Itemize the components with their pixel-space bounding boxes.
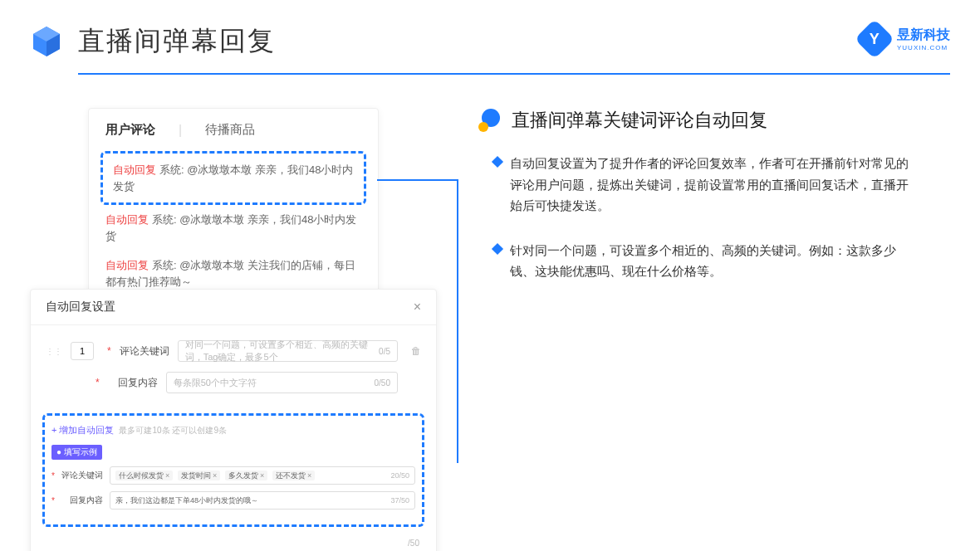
right-title-row: 直播间弹幕关键词评论自动回复 xyxy=(478,108,910,133)
tabs-row: 用户评论 | 待播商品 xyxy=(89,109,378,151)
keyword-row: ⋮⋮ * 评论关键词 对同一个问题，可设置多个相近、高频的关键词，Tag确定，最… xyxy=(46,340,421,362)
brand-name: 昱新科技 xyxy=(897,27,950,44)
keyword-field[interactable]: 对同一个问题，可设置多个相近、高频的关键词，Tag确定，最多5个 0/5 xyxy=(178,340,398,362)
page-title: 直播间弹幕回复 xyxy=(78,23,276,60)
ex-content-value: 亲，我们这边都是下单48小时内发货的哦～ xyxy=(115,495,258,506)
auto-reply-tag: 自动回复 xyxy=(105,259,149,271)
cube-icon xyxy=(30,25,63,58)
diamond-icon xyxy=(492,242,503,254)
left-column: 用户评论 | 待播商品 自动回复系统: @冰墩墩本墩 亲亲，我们48小时内发货 … xyxy=(30,108,445,551)
example-badge: ● 填写示例 xyxy=(51,445,102,460)
outer-counter: /50 xyxy=(31,539,436,551)
chat-bubble-icon xyxy=(478,109,502,132)
bullet-text-1: 自动回复设置为了提升作者的评论回复效率，作者可在开播前针对常见的评论用户问题，提… xyxy=(510,153,910,217)
ex-kw-counter: 20/50 xyxy=(390,471,409,480)
brand-block: Y 昱新科技 YUUXIN.COM xyxy=(860,25,950,53)
tag-item[interactable]: 多久发货× xyxy=(225,471,267,480)
modal-header: 自动回复设置 × xyxy=(31,290,436,325)
add-hint: 最多可建10条 还可以创建9条 xyxy=(119,425,226,436)
bullet-1: 自动回复设置为了提升作者的评论回复效率，作者可在开播前针对常见的评论用户问题，提… xyxy=(478,153,910,217)
ex-content-label: 回复内容 xyxy=(61,495,103,506)
comments-card: 用户评论 | 待播商品 自动回复系统: @冰墩墩本墩 亲亲，我们48小时内发货 … xyxy=(88,108,379,297)
tag-item[interactable]: 什么时候发货× xyxy=(115,471,173,480)
bullet-text-2: 针对同一个问题，可设置多个相近的、高频的关键词。例如：这款多少钱、这块能优惠吗、… xyxy=(510,240,910,282)
form-section: ⋮⋮ * 评论关键词 对同一个问题，可设置多个相近、高频的关键词，Tag确定，最… xyxy=(31,325,436,408)
required-marker: * xyxy=(96,377,100,388)
page-header: 直播间弹幕回复 xyxy=(0,0,980,73)
tab-products[interactable]: 待播商品 xyxy=(205,122,255,138)
tag-item[interactable]: 发货时间× xyxy=(178,471,220,480)
ex-keyword-field[interactable]: 什么时候发货× 发货时间× 多久发货× 还不发货× 20/50 xyxy=(110,466,415,485)
keyword-placeholder: 对同一个问题，可设置多个相近、高频的关键词，Tag确定，最多5个 xyxy=(185,339,379,363)
required-marker: * xyxy=(107,345,111,357)
content-placeholder: 每条限50个中文字符 xyxy=(174,377,257,389)
connector-line xyxy=(377,179,458,463)
diamond-icon xyxy=(492,156,503,168)
auto-reply-tag: 自动回复 xyxy=(113,163,156,176)
order-input[interactable] xyxy=(71,342,94,360)
required-marker: * xyxy=(51,496,55,505)
right-heading: 直播间弹幕关键词评论自动回复 xyxy=(512,108,767,133)
content-field[interactable]: 每条限50个中文字符 0/50 xyxy=(166,372,398,393)
required-marker: * xyxy=(51,471,55,480)
auto-reply-tag: 自动回复 xyxy=(105,213,149,226)
brand-logo-icon: Y xyxy=(855,19,894,59)
drag-handle-icon[interactable]: ⋮⋮ xyxy=(46,347,62,356)
comment-line-1: 自动回复系统: @冰墩墩本墩 亲亲，我们48小时内发货 xyxy=(108,160,359,196)
content-row: * 回复内容 每条限50个中文字符 0/50 xyxy=(46,372,421,393)
keyword-label: 评论关键词 xyxy=(120,344,169,358)
example-keyword-row: * 评论关键词 什么时候发货× 发货时间× 多久发货× 还不发货× 20/50 xyxy=(51,466,415,485)
tag-item[interactable]: 还不发货× xyxy=(272,471,315,480)
add-link-text: + 增加自动回复 xyxy=(51,424,114,436)
ex-keyword-label: 评论关键词 xyxy=(61,470,103,481)
brand-subtitle: YUUXIN.COM xyxy=(897,44,950,51)
tab-separator: | xyxy=(179,123,182,138)
modal-title: 自动回复设置 xyxy=(46,300,115,315)
ex-content-counter: 37/50 xyxy=(390,496,409,505)
add-auto-reply-link[interactable]: + 增加自动回复 最多可建10条 还可以创建9条 xyxy=(51,424,415,436)
example-highlight: + 增加自动回复 最多可建10条 还可以创建9条 ● 填写示例 * 评论关键词 … xyxy=(42,413,424,527)
highlighted-comment: 自动回复系统: @冰墩墩本墩 亲亲，我们48小时内发货 xyxy=(100,151,366,205)
content-label: 回复内容 xyxy=(108,376,158,390)
tags-container: 什么时候发货× 发货时间× 多久发货× 还不发货× xyxy=(115,471,317,481)
bullet-2: 针对同一个问题，可设置多个相近的、高频的关键词。例如：这款多少钱、这块能优惠吗、… xyxy=(478,240,910,282)
ex-content-field[interactable]: 亲，我们这边都是下单48小时内发货的哦～ 37/50 xyxy=(110,491,415,510)
settings-modal: 自动回复设置 × ⋮⋮ * 评论关键词 对同一个问题，可设置多个相近、高频的关键… xyxy=(30,289,437,551)
comment-line-2: 自动回复系统: @冰墩墩本墩 亲亲，我们48小时内发货 xyxy=(89,205,378,251)
tab-comments[interactable]: 用户评论 xyxy=(105,122,155,138)
right-column: 直播间弹幕关键词评论自动回复 自动回复设置为了提升作者的评论回复效率，作者可在开… xyxy=(445,108,910,551)
example-content-row: * 回复内容 亲，我们这边都是下单48小时内发货的哦～ 37/50 xyxy=(51,491,415,510)
